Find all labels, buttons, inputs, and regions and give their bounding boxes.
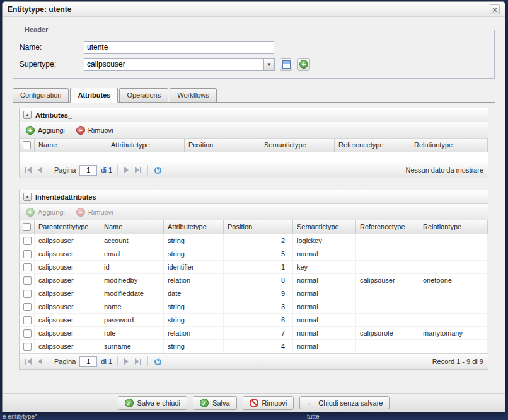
save-and-close-label: Salva e chiudi bbox=[137, 399, 181, 407]
collapse-icon[interactable] bbox=[23, 193, 32, 201]
supertype-combo bbox=[84, 58, 275, 71]
table-row[interactable]: calipsouser modifieddate date 9 normal bbox=[20, 287, 488, 300]
row-checkbox[interactable] bbox=[23, 343, 32, 351]
column-header-position[interactable]: Position bbox=[185, 139, 260, 152]
page-number-input[interactable] bbox=[79, 356, 97, 367]
remove-attribute-button[interactable]: Rimuovi bbox=[74, 125, 116, 136]
row-checkbox-cell bbox=[20, 300, 35, 313]
attributes-grid-header: Name Attributetype Position Semantictype… bbox=[20, 139, 488, 152]
row-checkbox[interactable] bbox=[23, 303, 32, 311]
name-field[interactable] bbox=[84, 41, 274, 54]
close-without-saving-label: Chiudi senza salvare bbox=[318, 399, 383, 407]
select-all-checkbox[interactable] bbox=[23, 141, 31, 149]
prev-page-button[interactable] bbox=[37, 166, 43, 174]
save-label: Salva bbox=[212, 399, 230, 407]
table-row[interactable]: calipsouser surname string 4 normal bbox=[20, 340, 488, 353]
header-checkbox-cell bbox=[20, 139, 35, 152]
row-checkbox[interactable] bbox=[23, 316, 32, 324]
row-checkbox-cell bbox=[20, 261, 35, 273]
column-header-attributetype[interactable]: Attributetype bbox=[164, 220, 224, 234]
column-header-attributetype[interactable]: Attributetype bbox=[107, 139, 185, 152]
next-page-button[interactable] bbox=[123, 357, 130, 366]
table-row[interactable]: calipsouser name string 3 normal bbox=[20, 300, 488, 314]
cell-semantictype: normal bbox=[293, 300, 356, 313]
close-without-saving-button[interactable]: Chiudi senza salvare bbox=[299, 396, 390, 409]
prev-page-button[interactable] bbox=[37, 357, 43, 366]
column-header-parententitytype[interactable]: Parententitytype bbox=[35, 220, 100, 234]
cell-attributetype: string bbox=[164, 234, 224, 247]
cell-parententitytype: calipsouser bbox=[35, 314, 100, 326]
chevron-down-icon[interactable] bbox=[263, 58, 275, 71]
last-page-button[interactable] bbox=[134, 357, 142, 366]
column-header-relationtype[interactable]: Relationtype bbox=[419, 220, 488, 234]
table-row[interactable]: calipsouser account string 2 logickey bbox=[20, 234, 488, 247]
table-row[interactable]: calipsouser password string 6 normal bbox=[20, 314, 488, 327]
cell-attributetype: string bbox=[164, 314, 224, 326]
column-header-referencetype[interactable]: Referencetype bbox=[356, 220, 419, 234]
page-number-input[interactable] bbox=[79, 165, 97, 176]
cell-position: 8 bbox=[224, 274, 293, 287]
table-row[interactable]: calipsouser email string 5 normal bbox=[20, 247, 488, 261]
cell-semantictype: logickey bbox=[293, 234, 356, 247]
attributes-pager: Pagina di 1 Nessun dato da mostrare bbox=[20, 162, 488, 178]
first-page-button[interactable] bbox=[24, 357, 33, 366]
row-checkbox[interactable] bbox=[23, 237, 32, 245]
row-checkbox-cell bbox=[20, 327, 35, 339]
supertype-add-button[interactable] bbox=[297, 58, 310, 71]
select-all-checkbox[interactable] bbox=[23, 223, 31, 231]
cell-referencetype bbox=[356, 287, 419, 300]
header-legend: Header bbox=[22, 26, 50, 33]
row-checkbox[interactable] bbox=[23, 276, 32, 285]
cell-semantictype: normal bbox=[293, 314, 356, 326]
table-row[interactable]: calipsouser id identifier 1 key bbox=[20, 261, 488, 274]
remove-button[interactable]: Rimuovi bbox=[243, 396, 294, 410]
cell-semantictype: normal bbox=[293, 287, 356, 300]
cell-position: 4 bbox=[224, 340, 293, 353]
column-header-name[interactable]: Name bbox=[35, 139, 107, 152]
close-icon[interactable] bbox=[490, 4, 500, 14]
supertype-field[interactable] bbox=[84, 58, 263, 71]
tab-workflows[interactable]: Workflows bbox=[170, 88, 217, 102]
column-header-position[interactable]: Position bbox=[224, 220, 293, 234]
tab-operations[interactable]: Operations bbox=[119, 88, 168, 102]
save-and-close-button[interactable]: Salva e chiudi bbox=[118, 396, 188, 410]
column-header-semantictype[interactable]: Semantictype bbox=[293, 220, 356, 234]
row-checkbox[interactable] bbox=[23, 329, 32, 338]
row-checkbox[interactable] bbox=[23, 263, 32, 271]
tab-configuration[interactable]: Configuration bbox=[13, 88, 69, 102]
attributes-toolbar: Aggiungi Rimuovi bbox=[20, 122, 488, 139]
column-header-semantictype[interactable]: Semantictype bbox=[260, 139, 335, 152]
cell-name: name bbox=[100, 300, 164, 313]
plus-icon bbox=[26, 208, 35, 217]
supertype-label: Supertype: bbox=[20, 60, 84, 69]
first-page-button[interactable] bbox=[24, 166, 33, 174]
cell-attributetype: relation bbox=[164, 274, 224, 287]
cell-position: 2 bbox=[224, 234, 293, 247]
plus-icon bbox=[26, 126, 35, 135]
table-row[interactable]: calipsouser role relation 7 normal calip… bbox=[20, 327, 488, 340]
refresh-button[interactable] bbox=[153, 166, 163, 175]
row-checkbox[interactable] bbox=[23, 250, 32, 258]
cell-name: id bbox=[100, 261, 164, 273]
cell-name: password bbox=[100, 314, 164, 326]
refresh-button[interactable] bbox=[153, 357, 163, 366]
table-row[interactable]: calipsouser modifiedby relation 8 normal… bbox=[20, 274, 488, 287]
supertype-detail-button[interactable] bbox=[280, 58, 292, 71]
add-attribute-button[interactable]: Aggiungi bbox=[23, 125, 67, 136]
window-titlebar[interactable]: Entitytype: utente bbox=[3, 2, 505, 17]
cell-position: 1 bbox=[224, 261, 293, 273]
prohibition-icon bbox=[250, 399, 258, 407]
row-checkbox[interactable] bbox=[23, 290, 32, 298]
last-page-button[interactable] bbox=[134, 166, 142, 174]
next-page-button[interactable] bbox=[123, 166, 130, 174]
cell-relationtype bbox=[419, 340, 488, 353]
window-footer: Salva e chiudi Salva Rimuovi Chiudi senz… bbox=[3, 393, 505, 412]
row-checkbox-cell bbox=[20, 234, 35, 247]
column-header-referencetype[interactable]: Referencetype bbox=[335, 139, 410, 152]
minus-icon bbox=[76, 208, 85, 217]
collapse-icon[interactable] bbox=[23, 111, 32, 119]
column-header-relationtype[interactable]: Relationtype bbox=[410, 139, 488, 152]
column-header-name[interactable]: Name bbox=[100, 220, 164, 234]
save-button[interactable]: Salva bbox=[193, 396, 237, 410]
tab-attributes[interactable]: Attributes bbox=[70, 88, 118, 103]
